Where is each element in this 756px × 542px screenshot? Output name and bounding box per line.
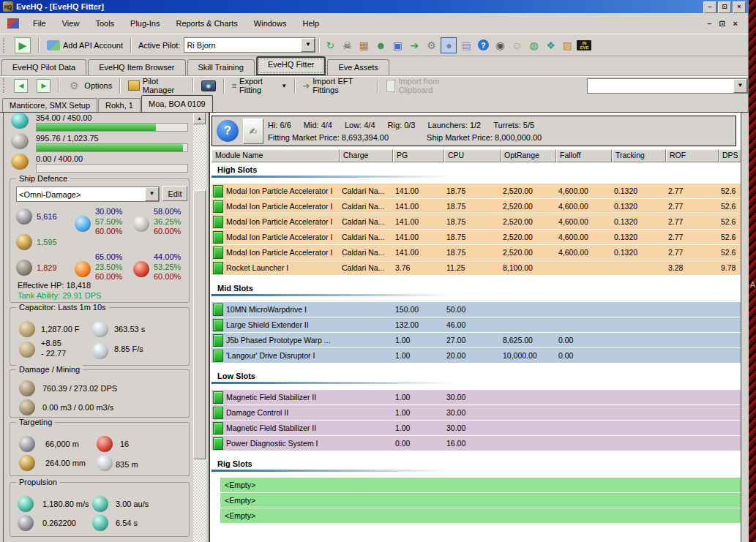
column-header-cpu[interactable]: CPU — [444, 149, 501, 162]
module-row[interactable]: Modal Ion Particle Accelerator ICaldari … — [212, 245, 741, 260]
database-clock-icon[interactable]: ▤ — [459, 38, 474, 53]
screenshot-button[interactable]: ◉ — [197, 78, 220, 94]
toolbar-grip[interactable] — [3, 78, 7, 93]
tab-evehq-fitter[interactable]: EveHQ Fitter — [256, 56, 326, 75]
monitor-icon[interactable]: ▣ — [390, 38, 405, 53]
module-row[interactable]: 'Langour' Drive Disruptor I1.0020.0010,0… — [212, 348, 741, 363]
map-icon[interactable]: ▨ — [560, 38, 575, 53]
dropdown-arrow-icon[interactable]: ▼ — [145, 187, 159, 201]
column-header-tracking[interactable]: Tracking — [612, 149, 666, 162]
options-button[interactable]: ⚙ Options — [62, 76, 116, 95]
module-row[interactable]: Damage Control II1.0030.00 — [212, 405, 741, 420]
menu-file[interactable]: File — [25, 17, 54, 30]
add-api-account-button[interactable]: Add API Account — [42, 38, 127, 53]
module-row[interactable]: 10MN MicroWarpdrive I150.0050.00 — [212, 302, 741, 317]
import-eft-button[interactable]: ➔ Import EFT Fittings — [299, 75, 375, 97]
add-pilot-icon[interactable]: ☺ — [509, 38, 524, 53]
fitting-tab-rokh-1[interactable]: Rokh, 1 — [98, 98, 141, 112]
menu-view[interactable]: View — [54, 17, 88, 30]
export-arrow-icon[interactable]: ➔ — [407, 38, 422, 53]
expand-right-button[interactable]: ▶ — [32, 77, 55, 95]
module-status-icon — [213, 437, 223, 450]
module-row[interactable]: <Empty> — [220, 478, 741, 492]
minimize-button[interactable]: – — [703, 1, 716, 13]
module-row[interactable]: Modal Ion Particle Accelerator ICaldari … — [212, 214, 741, 229]
menu-help[interactable]: Help — [294, 17, 327, 30]
fitting-tab-moa-boa-0109[interactable]: Moa, BOA 0109 — [141, 95, 213, 112]
mdi-close-button[interactable]: × — [733, 19, 738, 29]
globe-icon[interactable]: ◍ — [526, 38, 541, 53]
basket-icon-glyph: ▦ — [359, 39, 369, 51]
in-eve-icon[interactable]: IN EVE — [577, 38, 591, 53]
module-row[interactable]: Magnetic Field Stabilizer II1.0030.00 — [212, 390, 741, 404]
help-icon[interactable]: ? — [217, 120, 239, 142]
pilot-globe-icon[interactable]: ☻ — [373, 38, 388, 53]
scope-icon[interactable]: ◉ — [493, 38, 507, 53]
gear-icon[interactable]: ⚙ — [424, 38, 438, 53]
fitting-search-input[interactable] — [588, 80, 733, 91]
module-row[interactable]: Rocket Launcher ICaldari Na...3.7611.258… — [212, 260, 741, 275]
export-fitting-button[interactable]: ≡ Export Fitting ▼ — [228, 75, 291, 97]
mouse-icon[interactable]: ● — [441, 37, 457, 53]
column-header-dps[interactable]: DPS — [719, 149, 741, 162]
fitting-tab-manticore-smx-setup[interactable]: Manticore, SMX Setup — [2, 98, 97, 112]
collapse-left-button[interactable]: ◀ — [10, 77, 32, 95]
column-header-charge[interactable]: Charge — [340, 149, 393, 162]
edit-profile-button[interactable]: Edit — [162, 186, 187, 201]
column-header-module-name[interactable]: Module Name — [212, 149, 340, 162]
capacitor-peak-rate: 8.85 F/s — [114, 345, 143, 353]
mdi-restore-button[interactable]: ⊡ — [719, 19, 725, 29]
tab-evehq-item-browser[interactable]: EveHQ Item Browser — [88, 59, 185, 75]
column-header-optrange[interactable]: OptRange — [501, 149, 556, 162]
tab-eve-assets[interactable]: Eve Assets — [327, 59, 389, 75]
tab-evehq-pilot-data[interactable]: EveHQ Pilot Data — [1, 59, 86, 75]
menu-windows[interactable]: Windows — [246, 17, 295, 30]
scrollbar-thumb[interactable] — [193, 190, 206, 459]
menu-reports-charts[interactable]: Reports & Charts — [168, 17, 245, 30]
restore-button[interactable]: ⊡ — [718, 1, 731, 13]
module-row[interactable]: Large Shield Extender II132.0046.00 — [212, 317, 741, 332]
module-row[interactable]: Modal Ion Particle Accelerator ICaldari … — [212, 184, 741, 198]
module-row[interactable]: Modal Ion Particle Accelerator ICaldari … — [212, 230, 741, 244]
tab-skill-training[interactable]: Skill Training — [187, 59, 255, 75]
pilot-manager-button[interactable]: Pilot Manager — [124, 75, 190, 97]
module-row[interactable]: <Empty> — [220, 508, 741, 523]
compass-icon[interactable]: ❖ — [543, 38, 558, 53]
module-row[interactable]: <Empty> — [220, 493, 741, 508]
mdi-child-icon[interactable] — [7, 18, 19, 29]
menu-tools[interactable]: Tools — [87, 17, 122, 30]
skull-icon[interactable]: ☠ — [340, 38, 354, 53]
tools-button[interactable]: ✍ — [243, 118, 263, 144]
basket-icon[interactable]: ▦ — [356, 38, 371, 53]
active-pilot-combobox[interactable]: ▼ — [184, 37, 315, 53]
damage-profile-input[interactable] — [17, 189, 145, 200]
module-row[interactable]: J5b Phased Prototype Warp ...1.0027.008,… — [212, 333, 741, 347]
refresh-icon[interactable]: ↻ — [323, 38, 337, 53]
column-header-pg[interactable]: PG — [393, 149, 444, 162]
title-bar[interactable]: HQ EveHQ - [EveHQ Fitter] –⊡× — [0, 0, 748, 13]
scroll-up-arrow[interactable]: ▲ — [193, 113, 206, 124]
column-header-rof[interactable]: ROF — [666, 149, 719, 162]
mdi-minimize-button[interactable]: – — [707, 19, 711, 29]
dropdown-arrow-icon[interactable]: ▼ — [733, 79, 747, 93]
toolbar-grip[interactable] — [3, 38, 7, 53]
module-row[interactable]: Modal Ion Particle Accelerator ICaldari … — [212, 199, 741, 214]
module-row[interactable]: Magnetic Field Stabilizer II1.0030.00 — [212, 421, 741, 435]
thermal-resist-values: 65.00%23.50%60.00% — [95, 252, 122, 282]
toggle-panel-button[interactable]: ▶ — [10, 35, 35, 56]
dropdown-arrow-icon[interactable]: ▼ — [301, 38, 315, 52]
column-header-falloff[interactable]: Falloff — [556, 149, 612, 162]
help-circle-icon[interactable]: ? — [476, 38, 490, 53]
powergrid-bar — [36, 143, 188, 152]
menu-plug-ins[interactable]: Plug-Ins — [122, 17, 168, 30]
cell-cpu: 30.00 — [444, 408, 501, 417]
left-panel-scrollbar[interactable]: ▲ — [193, 113, 206, 542]
close-button[interactable]: × — [733, 1, 746, 13]
cell-optrange: 8,625.00 — [501, 336, 556, 345]
fitting-search-combobox[interactable]: ▼ — [587, 78, 748, 94]
ship-market-price: Ship Market Price: 8,000,000.00 — [427, 133, 542, 142]
module-row[interactable]: Power Diagnostic System I0.0016.00 — [212, 436, 741, 451]
damage-profile-combobox[interactable]: ▼ — [16, 187, 160, 202]
import-clipboard-button[interactable]: Import from Clipboard — [382, 75, 470, 97]
active-pilot-input[interactable] — [184, 39, 301, 50]
